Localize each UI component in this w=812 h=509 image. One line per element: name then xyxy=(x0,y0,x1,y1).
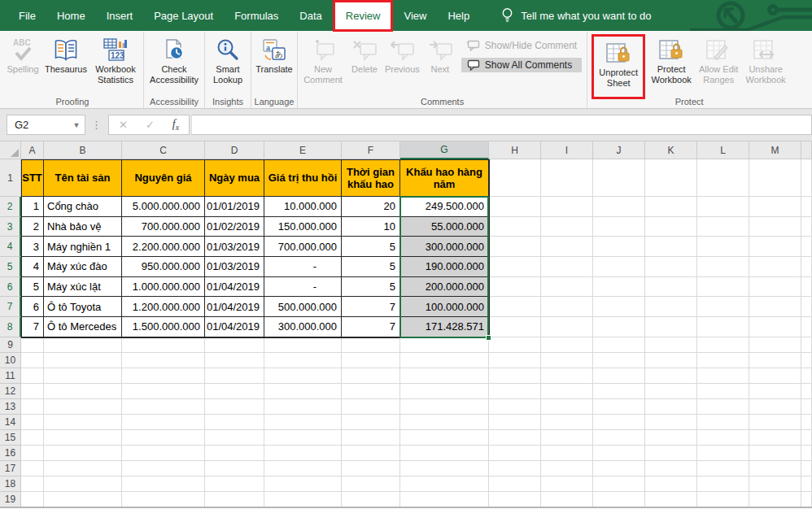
cell-I12[interactable] xyxy=(541,384,593,399)
cell-I14[interactable] xyxy=(541,415,593,430)
cell-C11[interactable] xyxy=(122,368,205,384)
column-header-K[interactable]: K xyxy=(645,141,697,159)
cell-A6[interactable]: 5 xyxy=(21,277,44,298)
cell-K17[interactable] xyxy=(645,461,697,476)
cell-G18[interactable] xyxy=(400,476,489,492)
tab-data[interactable]: Data xyxy=(289,1,332,31)
row-header-8[interactable]: 8 xyxy=(0,317,21,337)
cell-G11[interactable] xyxy=(400,368,489,384)
cell-I3[interactable] xyxy=(541,217,593,237)
cell-A13[interactable] xyxy=(21,399,44,415)
cell-A19[interactable] xyxy=(21,492,44,507)
cell-I7[interactable] xyxy=(541,297,593,317)
cell-L2[interactable] xyxy=(697,197,749,217)
cell-I15[interactable] xyxy=(541,430,593,446)
cell-partial-19[interactable] xyxy=(801,492,812,507)
cell-F6[interactable]: 5 xyxy=(342,277,400,298)
cell-I17[interactable] xyxy=(541,461,593,476)
row-header-15[interactable]: 15 xyxy=(0,430,21,446)
cell-J14[interactable] xyxy=(593,415,645,430)
cell-M1[interactable] xyxy=(749,159,801,197)
column-header-F[interactable]: F xyxy=(342,141,400,159)
cell-E16[interactable] xyxy=(264,446,342,461)
cell-K2[interactable] xyxy=(645,197,697,217)
cell-K7[interactable] xyxy=(645,297,697,317)
cell-D3[interactable]: 01/02/2019 xyxy=(205,217,264,237)
tell-me-box[interactable]: Tell me what you want to do xyxy=(501,7,651,24)
cell-D17[interactable] xyxy=(205,461,264,476)
cell-K12[interactable] xyxy=(645,384,697,399)
cell-partial-1[interactable] xyxy=(801,159,812,197)
cell-B1[interactable]: Tên tài sản xyxy=(44,159,122,197)
cell-K9[interactable] xyxy=(645,337,697,353)
unshare-workbook-button[interactable]: Unshare Workbook xyxy=(742,33,789,85)
cell-C16[interactable] xyxy=(122,446,205,461)
cell-K19[interactable] xyxy=(645,492,697,507)
cell-F7[interactable]: 7 xyxy=(342,297,400,317)
cell-M17[interactable] xyxy=(749,461,801,476)
tab-page-layout[interactable]: Page Layout xyxy=(143,1,224,31)
cell-C5[interactable]: 950.000.000 xyxy=(122,257,205,277)
row-header-5[interactable]: 5 xyxy=(0,257,21,277)
column-header-H[interactable]: H xyxy=(489,141,541,159)
cell-partial-13[interactable] xyxy=(801,399,812,415)
row-header-3[interactable]: 3 xyxy=(0,217,21,237)
tab-home[interactable]: Home xyxy=(46,1,96,31)
cell-E14[interactable] xyxy=(264,415,342,430)
cell-J2[interactable] xyxy=(593,197,645,217)
cell-H11[interactable] xyxy=(489,368,541,384)
cell-H12[interactable] xyxy=(489,384,541,399)
cell-C1[interactable]: Nguyên giá xyxy=(122,159,205,197)
row-header-18[interactable]: 18 xyxy=(0,476,21,492)
cell-G5[interactable]: 190.000.000 xyxy=(400,257,489,277)
cell-J16[interactable] xyxy=(593,446,645,461)
cell-L19[interactable] xyxy=(697,492,749,507)
cell-A12[interactable] xyxy=(21,384,44,399)
cell-J13[interactable] xyxy=(593,399,645,415)
cell-D13[interactable] xyxy=(205,399,264,415)
formula-input[interactable] xyxy=(191,115,812,135)
cell-B14[interactable] xyxy=(44,415,122,430)
row-header-13[interactable]: 13 xyxy=(0,399,21,415)
cell-J5[interactable] xyxy=(593,257,645,277)
cell-M13[interactable] xyxy=(749,399,801,415)
cell-C8[interactable]: 1.500.000.000 xyxy=(122,317,205,337)
cell-D7[interactable]: 01/04/2019 xyxy=(205,297,264,317)
cell-I16[interactable] xyxy=(541,446,593,461)
column-header-I[interactable]: I xyxy=(541,141,593,159)
cell-F12[interactable] xyxy=(342,384,400,399)
cell-I8[interactable] xyxy=(541,317,593,337)
delete-comment-button[interactable]: Delete xyxy=(347,33,382,75)
cell-D9[interactable] xyxy=(205,337,264,353)
row-header-4[interactable]: 4 xyxy=(0,237,21,257)
cell-I11[interactable] xyxy=(541,368,593,384)
row-header-7[interactable]: 7 xyxy=(0,297,21,317)
cell-C2[interactable]: 5.000.000.000 xyxy=(122,197,205,217)
row-header-1[interactable]: 1 xyxy=(0,159,21,197)
cell-J19[interactable] xyxy=(593,492,645,507)
cell-B11[interactable] xyxy=(44,368,122,384)
cell-A3[interactable]: 2 xyxy=(21,217,44,237)
cell-E2[interactable]: 10.000.000 xyxy=(264,197,342,217)
cell-H7[interactable] xyxy=(489,297,541,317)
cell-D19[interactable] xyxy=(205,492,264,507)
cell-D14[interactable] xyxy=(205,415,264,430)
cell-E10[interactable] xyxy=(264,353,342,368)
cell-G15[interactable] xyxy=(400,430,489,446)
cell-J10[interactable] xyxy=(593,353,645,368)
cell-D5[interactable]: 01/03/2019 xyxy=(205,257,264,277)
cell-H14[interactable] xyxy=(489,415,541,430)
cell-partial-9[interactable] xyxy=(801,337,812,353)
cell-M18[interactable] xyxy=(749,476,801,492)
smart-lookup-button[interactable]: Smart Lookup xyxy=(207,33,249,85)
cell-A8[interactable]: 7 xyxy=(21,317,44,337)
cell-H10[interactable] xyxy=(489,353,541,368)
column-header-J[interactable]: J xyxy=(593,141,645,159)
cell-C19[interactable] xyxy=(122,492,205,507)
cell-E4[interactable]: 700.000.000 xyxy=(264,237,342,257)
cancel-icon[interactable]: ✕ xyxy=(119,119,128,131)
column-header-E[interactable]: E xyxy=(264,141,342,159)
cell-F3[interactable]: 10 xyxy=(342,217,400,237)
cell-E13[interactable] xyxy=(264,399,342,415)
cell-C13[interactable] xyxy=(122,399,205,415)
